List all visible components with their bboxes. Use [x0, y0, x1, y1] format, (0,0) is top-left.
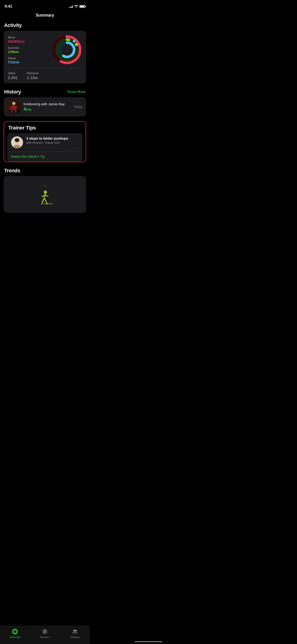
stand-arrow-indicator: ↑ [73, 40, 76, 42]
watch-tip-link[interactable]: Watch this Week's Tip [11, 152, 79, 162]
trends-title: Trends [4, 168, 20, 174]
activity-rings: → → ↑ [52, 35, 82, 65]
activity-card[interactable]: Move 243/430CAL Exercise 1/30MIN Stand 7… [4, 31, 86, 84]
history-section-header: History Show More [0, 88, 90, 97]
signal-bars-icon [69, 5, 73, 8]
trainer-tip-text: 3 steps to better pushups with Fitness+ … [26, 136, 79, 144]
svg-text:→: → [76, 44, 78, 46]
activity-card-bottom: Steps 2,341 Distance 1.12MI [4, 68, 86, 84]
activity-section-title: Activity [4, 22, 22, 28]
trainer-tips-title: Trainer Tips [7, 125, 82, 133]
person-thumbnail-icon [9, 101, 18, 113]
distance-stat: Distance 1.12MI [27, 72, 39, 80]
rings-svg: → → ↑ [52, 35, 82, 65]
activity-section-header: Activity [0, 22, 90, 31]
history-card[interactable]: Kickboxing with Jamie-Ray 4CAL Today [4, 97, 86, 116]
wifi-icon [74, 5, 78, 8]
trainer-tips-section: Trainer Tips [4, 121, 86, 162]
distance-label: Distance [27, 72, 39, 75]
trends-section: Trends ⌃ [0, 167, 90, 215]
stand-stat: Stand 7/12HRS [8, 56, 25, 64]
trainer-avatar-icon [11, 136, 23, 148]
stand-label: Stand [8, 56, 25, 60]
page-title: Summary [0, 11, 90, 22]
move-arrow-indicator: → [66, 35, 68, 38]
trainer-avatar [11, 136, 23, 148]
svg-point-6 [12, 102, 16, 105]
move-value: 243/430CAL [8, 40, 25, 43]
trends-card[interactable]: ⌃ [4, 176, 86, 213]
steps-value: 2,341 [8, 76, 18, 80]
trainer-tips-border: Trainer Tips [4, 121, 86, 162]
history-show-more[interactable]: Show More [67, 90, 86, 94]
history-thumbnail [7, 100, 20, 113]
status-bar: 9:41 [0, 0, 90, 11]
move-stat: Move 243/430CAL [8, 36, 25, 43]
svg-point-10 [44, 190, 47, 194]
exercise-arrow-indicator: → [75, 43, 78, 46]
steps-label: Steps [8, 72, 18, 75]
history-calories: 4CAL [24, 106, 71, 112]
trends-header: Trends [0, 167, 90, 176]
battery-icon [80, 5, 85, 8]
status-time: 9:41 [4, 4, 12, 9]
history-info: Kickboxing with Jamie-Ray 4CAL [24, 102, 71, 112]
exercise-label: Exercise [8, 46, 25, 50]
activity-stats: Move 243/430CAL Exercise 1/30MIN Stand 7… [8, 36, 25, 64]
history-date: Today [74, 105, 82, 109]
trainer-tip-row: 3 steps to better pushups with Fitness+ … [11, 136, 79, 152]
history-section-title: History [4, 89, 21, 95]
trend-line [43, 204, 53, 204]
steps-stat: Steps 2,341 [8, 72, 18, 80]
chevron-up-icon: ⌃ [43, 185, 47, 190]
status-icons [69, 5, 85, 8]
exercise-value: 1/30MIN [8, 50, 25, 54]
history-workout-title: Kickboxing with Jamie-Ray [24, 102, 71, 106]
distance-value: 1.12MI [27, 76, 39, 80]
trainer-tip-heading: 3 steps to better pushups [26, 136, 79, 140]
history-item: Kickboxing with Jamie-Ray 4CAL Today [4, 97, 86, 116]
svg-text:→: → [66, 36, 68, 38]
activity-card-top: Move 243/430CAL Exercise 1/30MIN Stand 7… [4, 31, 86, 68]
walking-figure: ⌃ [36, 185, 53, 204]
stand-value: 7/12HRS [8, 60, 25, 64]
move-label: Move [8, 36, 25, 39]
trainer-tip-description: with Fitness+ Trainer Kim [26, 141, 79, 144]
svg-text:↑: ↑ [74, 40, 74, 42]
exercise-stat: Exercise 1/30MIN [8, 46, 25, 54]
trainer-tip-card[interactable]: 3 steps to better pushups with Fitness+ … [7, 133, 82, 162]
